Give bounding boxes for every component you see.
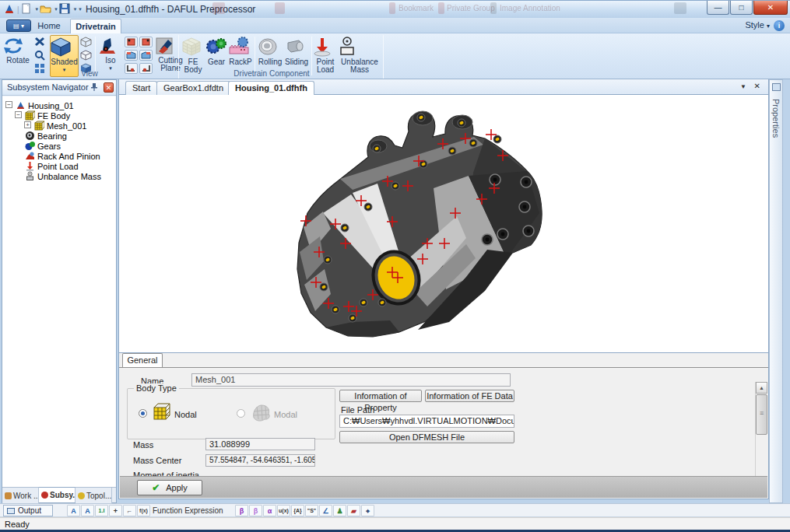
modal-option-label: Modal xyxy=(274,410,297,419)
save-icon[interactable] xyxy=(59,3,72,16)
view-bottom-icon[interactable] xyxy=(139,37,153,47)
daful-green-icon[interactable]: A xyxy=(81,505,94,516)
tree-item-label: Bearing xyxy=(37,131,67,141)
collapse-icon[interactable]: − xyxy=(5,101,12,108)
mass-center-field[interactable]: 57.554847, -54.646351, -1.60558 xyxy=(205,454,315,467)
open-file-icon[interactable] xyxy=(40,3,52,16)
document-tab-bar: Start GearBox1.dfdtn Housing_01.dfhfh ▼ … xyxy=(118,79,769,95)
tab-working-window[interactable]: Work ... xyxy=(2,488,39,503)
ghost-mark xyxy=(275,2,285,14)
daful-red-icon[interactable]: A xyxy=(67,505,80,516)
subsystem-tree: − Housing_01 − FE Body + Mesh_001 Bearin… xyxy=(2,96,116,488)
doc-list-caret[interactable]: ▼ xyxy=(740,83,746,90)
tree-item-label: Housing_01 xyxy=(28,101,74,110)
tree-item-label: Unbalance Mass xyxy=(37,172,101,181)
pin-icon[interactable] xyxy=(90,82,100,93)
tab-drivetrain[interactable]: Drivetrain xyxy=(70,19,121,33)
file-path-field[interactable]: C:₩Users₩yhhvdl.VIRTUALMOTION₩Documents₩… xyxy=(339,415,514,428)
doc-tab-start[interactable]: Start xyxy=(125,81,157,95)
expand-icon[interactable]: + xyxy=(24,121,31,128)
alpha-icon[interactable]: α xyxy=(263,505,276,516)
scale-icon[interactable]: 1.I xyxy=(95,505,108,516)
u-of-x-icon[interactable]: u(x) xyxy=(277,505,290,516)
housing-3d-model xyxy=(119,95,770,352)
zoom-icon[interactable] xyxy=(34,50,47,61)
name-field[interactable]: Mesh_001 xyxy=(191,373,511,387)
view-group-label: View xyxy=(0,69,179,79)
mass-label: Mass xyxy=(133,440,153,450)
tree-item-label: Gears xyxy=(37,142,61,151)
minimize-button[interactable]: — xyxy=(707,1,729,15)
application-menu-button[interactable]: ▤ ▾ xyxy=(6,19,31,32)
save-caret[interactable]: ▾ xyxy=(74,6,77,12)
information-of-fe-data-button[interactable]: Information of FE Data xyxy=(425,390,514,402)
help-icon[interactable]: i xyxy=(774,20,785,31)
beta-dot-icon[interactable]: β xyxy=(249,505,262,516)
hidden-line-cube-icon[interactable] xyxy=(80,50,93,61)
ghost-mark xyxy=(674,2,686,14)
navigator-close-icon[interactable]: ✕ xyxy=(104,82,114,93)
nodal-radio[interactable] xyxy=(139,409,147,418)
doc-tab-gearbox[interactable]: GearBox1.dfdtn xyxy=(156,81,230,95)
trace-icon[interactable]: ⌖ xyxy=(361,505,374,516)
property-panel: General Name Mesh_001 Body Type Nodal Mo… xyxy=(118,352,769,499)
zoom-window-icon[interactable] xyxy=(34,37,47,48)
plus-icon[interactable]: + xyxy=(109,505,122,516)
close-button[interactable]: ✕ xyxy=(753,1,788,15)
rotate-icon xyxy=(3,37,33,55)
tab-home[interactable]: Home xyxy=(30,19,68,33)
new-file-caret[interactable]: ▾ xyxy=(36,6,39,12)
apply-button[interactable]: ✔Apply xyxy=(137,480,202,495)
properties-side-tab[interactable]: Properties xyxy=(769,79,783,503)
ghost-image-annotation-label: Image Annotation xyxy=(500,4,560,12)
function-icon[interactable]: f(x) xyxy=(137,505,150,516)
ghost-bookmark-label: Bookmark xyxy=(399,4,434,12)
plot-icon[interactable]: ∠ xyxy=(319,505,332,516)
open-dfmesh-file-button[interactable]: Open DFMESH File xyxy=(339,431,514,443)
subsystem-navigator-panel: Subsystem Navigator ✕ − Housing_01 − FE … xyxy=(2,79,117,503)
output-tab[interactable]: Output xyxy=(3,505,53,516)
iso-view-icon xyxy=(98,37,123,55)
view-top-icon[interactable] xyxy=(125,37,138,47)
fe-body-icon xyxy=(181,37,205,57)
scroll-thumb[interactable] xyxy=(756,394,767,435)
maximize-button[interactable]: □ xyxy=(730,1,753,15)
collapse-icon[interactable]: − xyxy=(15,111,22,118)
doc-close-icon[interactable]: ✕ xyxy=(754,82,760,90)
view-front-icon[interactable] xyxy=(125,50,138,61)
point-load-icon xyxy=(25,161,35,171)
wireframe-cube-icon[interactable] xyxy=(80,37,93,48)
new-file-icon[interactable] xyxy=(21,3,33,16)
property-panel-body: Name Mesh_001 Body Type Nodal Modal Info… xyxy=(119,367,768,478)
mass-field[interactable]: 31.088999 xyxy=(205,438,315,450)
qat-customize-caret[interactable]: ▾ xyxy=(79,6,82,12)
scroll-up-icon[interactable]: ▲ xyxy=(756,382,767,394)
tab-topology[interactable]: Topol... xyxy=(75,488,112,503)
subsystem-tab-icon xyxy=(41,492,48,499)
nodal-option-label[interactable]: Nodal xyxy=(174,410,197,419)
layers-icon[interactable]: ▰ xyxy=(347,505,360,516)
ghost-mark xyxy=(389,2,395,14)
ghost-mark xyxy=(212,2,225,14)
style-dropdown[interactable]: Style ▾ xyxy=(745,20,770,30)
ribbon-tab-row: ▤ ▾ Home Drivetrain Style ▾ i xyxy=(0,18,790,33)
ribbon: Rotate Shaded▾ Iso▾ xyxy=(0,33,790,79)
tab-general[interactable]: General xyxy=(122,353,163,367)
unbalance-mass-icon xyxy=(338,37,381,57)
tree-item-label: Rack And Pinion xyxy=(37,152,100,161)
apply-bar: ✔Apply xyxy=(120,476,767,498)
open-file-caret[interactable]: ▾ xyxy=(54,6,58,12)
contact-icon[interactable]: ♟ xyxy=(333,505,346,516)
polyline-icon[interactable]: ⌐ xyxy=(123,505,136,516)
beta-icon[interactable]: β xyxy=(235,505,248,516)
tab-subsystem[interactable]: Subsy... xyxy=(39,487,75,502)
app-logo-icon[interactable] xyxy=(3,3,16,16)
doc-tab-housing[interactable]: Housing_01.dfhfh xyxy=(228,81,314,95)
model-viewport[interactable] xyxy=(118,95,769,352)
view-back-icon[interactable] xyxy=(139,50,153,61)
brace-a-icon[interactable]: {A} xyxy=(291,505,304,516)
quote-s-icon[interactable]: "S" xyxy=(305,505,318,516)
modal-radio[interactable] xyxy=(237,409,245,418)
navigator-title: Subsystem Navigator xyxy=(7,82,89,92)
information-of-property-button[interactable]: Information of Property xyxy=(339,390,422,402)
